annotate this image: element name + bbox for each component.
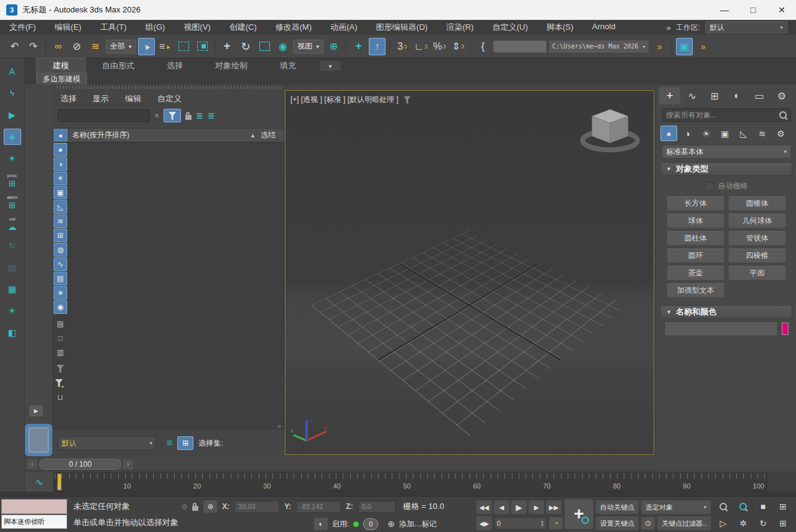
expand-toolbar-button[interactable]: ▶ [29, 405, 43, 416]
menu-item[interactable]: 修改器(M) [266, 22, 322, 33]
select-manipulate-button[interactable]: + [350, 38, 367, 55]
view-cube[interactable] [575, 101, 645, 158]
menu-item[interactable]: 工具(T) [91, 22, 136, 33]
explorer-overflow-icon[interactable]: » [277, 422, 281, 429]
keyboard-override-button[interactable]: ↑ [369, 38, 386, 55]
lights-group-icon[interactable]: ☀ [4, 303, 21, 319]
tab-utilities[interactable]: ⚙ [771, 87, 792, 104]
ribbon-tab[interactable]: 对象绘制 [199, 58, 264, 73]
ribbon-tab[interactable]: 填充 [264, 58, 312, 73]
zoom-extents-icon[interactable]: ■ [754, 498, 772, 514]
enabled-indicator[interactable] [353, 521, 359, 527]
name-column-header[interactable]: 名称(按升序排序) [68, 130, 129, 140]
scene-converter-icon[interactable]: A [4, 63, 21, 80]
rotate-button[interactable]: ↻ [238, 38, 254, 55]
tab-display[interactable]: ▭ [749, 87, 770, 104]
menu-item[interactable]: 自定义(U) [483, 22, 537, 33]
vol-create-icon[interactable]: vol☁ [4, 216, 21, 232]
workspace-dropdown[interactable]: 默认 ▾ [705, 21, 787, 34]
panel-grab-handle[interactable] [57, 86, 281, 89]
tab-motion[interactable]: ◐ [726, 87, 747, 104]
image-stack-icon[interactable]: ▦ [4, 281, 21, 297]
add-time-tag[interactable]: 添加…标记 [399, 519, 437, 530]
explorer-menu-item[interactable]: 选择 [60, 93, 76, 104]
minimize-button[interactable]: — [710, 0, 739, 20]
display-filter-icon[interactable]: ▤ [53, 272, 67, 285]
use-pivot-center-button[interactable]: ⊕ [325, 38, 342, 55]
mini-curve-editor-button[interactable]: ∿ [25, 472, 54, 492]
explorer-menu-item[interactable]: 编辑 [125, 93, 141, 104]
x-coordinate-field[interactable]: 33.03 [234, 501, 279, 513]
spinner-snap-button[interactable]: ⇕ɔ [450, 38, 466, 55]
hierarchy-view-button[interactable]: ⊞ [177, 436, 193, 450]
snaps-toggle-button[interactable]: 3ɔ [394, 38, 410, 55]
key-filters-button[interactable]: 关键点过滤器.. [657, 516, 711, 530]
shapes-window-icon[interactable]: ◧ [4, 324, 21, 341]
category-spacewarps[interactable]: ≋ [754, 126, 771, 141]
primitive-button[interactable]: 平面 [728, 266, 786, 280]
primitive-button[interactable]: 圆锥体 [728, 196, 786, 211]
explorer-menu-item[interactable]: 显示 [93, 93, 109, 104]
menu-item[interactable]: Arnold [583, 22, 625, 33]
field-of-view-icon[interactable]: ▷ [714, 515, 733, 531]
zoom-all-icon[interactable] [734, 498, 752, 514]
project-folder-dropdown[interactable]: C:\Users\me⋯ds Max 2026 ▾ [548, 40, 649, 53]
select-place-button[interactable]: ◉ [275, 38, 292, 55]
display-filter-icon[interactable]: ◉ [53, 300, 67, 314]
bind-spacewarp-icon[interactable]: ≋ [87, 38, 104, 55]
track-bar-ruler[interactable]: 0102030405060708090100 [54, 472, 767, 492]
display-filter-icon[interactable]: ◍ [53, 243, 67, 257]
maxscript-listener-label[interactable]: 脚本迷你侦听 [1, 515, 67, 529]
scale-button[interactable] [256, 38, 273, 55]
menu-item[interactable]: 动画(A) [321, 22, 366, 33]
maxscript-mini-listener[interactable] [1, 499, 67, 514]
time-slider[interactable]: 0 / 100 [39, 459, 121, 470]
explorer-menu-item[interactable]: 自定义 [157, 93, 182, 104]
angle-snap-button[interactable]: ∟ɔ [412, 38, 429, 55]
display-filter-icon[interactable]: ⊞ [53, 229, 67, 242]
category-shapes[interactable]: ◑ [679, 126, 696, 141]
perspective-viewport[interactable]: [+] [透视 ] [标准 ] [默认明暗处理 ] x z y [285, 90, 654, 455]
menu-item[interactable]: 脚本(S) [537, 22, 583, 33]
orbit-icon[interactable]: ↻ [754, 515, 772, 531]
tab-create[interactable]: + [659, 87, 680, 104]
layers-icon[interactable]: ≡ [167, 438, 172, 449]
percent-snap-button[interactable]: %ɔ [431, 38, 448, 55]
primitive-button[interactable]: 几何球体 [728, 214, 786, 228]
lock-icon[interactable] [185, 115, 192, 120]
tab-hierarchy[interactable]: ⊞ [704, 87, 725, 104]
menu-item[interactable]: 编辑(E) [45, 22, 91, 33]
menu-item[interactable]: 图形编辑器(D) [367, 22, 437, 33]
category-systems[interactable]: ⚙ [772, 126, 789, 141]
next-frame-button[interactable]: ▶ [529, 500, 544, 514]
y-coordinate-field[interactable]: -83.142 [296, 501, 341, 513]
autogrid-checkbox[interactable] [705, 182, 714, 191]
menu-item[interactable]: 视图(V) [174, 22, 220, 33]
zoom-extents-all-icon[interactable]: ⊞ [774, 498, 792, 514]
primitive-category-dropdown[interactable]: 标准基本体 ▾ [662, 145, 791, 158]
render-setup-button[interactable]: ▣ [676, 38, 693, 55]
primitive-button[interactable]: 球体 [667, 214, 724, 228]
undo-button[interactable]: ↶ [6, 38, 23, 55]
frame-step-toggle[interactable]: ◀▶ [476, 516, 492, 530]
z-coordinate-field[interactable]: 0.0 [358, 501, 396, 513]
absolute-offset-toggle[interactable]: ⊕ [203, 500, 217, 513]
lock-selection-icon[interactable] [192, 506, 198, 511]
explorer-object-list[interactable] [53, 142, 285, 429]
menu-overflow-icon[interactable]: » [666, 23, 670, 32]
previous-frame-arrow[interactable]: ‹ [27, 459, 37, 469]
maximize-button[interactable]: □ [739, 0, 767, 20]
ribbon-dropdown-button[interactable]: ▾ [320, 61, 341, 71]
display-filter-icon[interactable]: ▣ [53, 186, 67, 200]
explorer-filter-button[interactable] [164, 109, 181, 122]
key-target-dropdown[interactable]: 选定对象 ▾ [641, 500, 711, 514]
large-toolbar-button[interactable] [25, 424, 52, 456]
select-by-name-button[interactable]: ≡▲ [157, 38, 174, 55]
interactive-render-icon[interactable]: ϟ [4, 85, 21, 101]
name-color-rollout-header[interactable]: ▼ 名称和颜色 [660, 305, 792, 319]
selection-filter-dropdown[interactable]: 全部 ▾ [106, 40, 136, 53]
close-button[interactable]: ✕ [767, 0, 796, 20]
unlink-icon[interactable]: ⊘ [68, 38, 85, 55]
window-crossing-button[interactable] [194, 38, 211, 55]
category-geometry[interactable]: ● [660, 126, 677, 141]
